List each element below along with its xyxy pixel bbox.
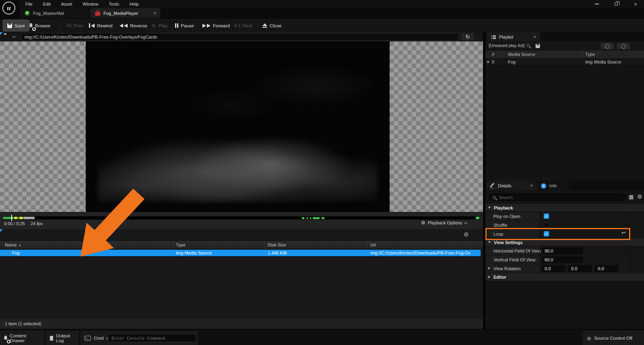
shuffle-checkbox[interactable] — [544, 222, 549, 228]
column-header-media-source[interactable]: Media Source — [508, 52, 535, 57]
media-url-input[interactable] — [21, 33, 459, 41]
section-collapse-caret-icon — [488, 241, 491, 243]
title-bar: File Edit Asset Window Tools Help × — [0, 0, 644, 8]
tab-close-icon[interactable]: × — [153, 10, 156, 16]
playlist-tab-bar: Playlist × — [485, 32, 644, 41]
arrow-right-circle-icon: → — [621, 44, 626, 49]
property-matrix-icon[interactable]: ▦ — [629, 194, 634, 200]
right-panel: Playlist × [Unsaved play list] ← → # Med… — [485, 32, 644, 329]
focus-corner-marker — [0, 229, 3, 232]
info-tab-label: Info — [549, 183, 557, 188]
reset-to-default-icon[interactable]: ↩ — [621, 230, 626, 236]
cache-segment — [23, 217, 35, 219]
section-playback[interactable]: Playback — [485, 204, 644, 212]
menu-window[interactable]: Window — [79, 0, 102, 8]
row-expand-caret-icon[interactable] — [487, 61, 489, 63]
rotation-y-input[interactable]: 0.0 — [568, 265, 592, 272]
item-count: 1 item (1 selected) — [5, 321, 41, 326]
section-collapse-caret-icon — [488, 207, 491, 209]
vfov-input[interactable]: 60.0 — [542, 257, 583, 263]
section-editor[interactable]: Editor — [485, 273, 644, 281]
output-log-button[interactable]: Output Log — [46, 331, 79, 345]
playlist-toolbar: [Unsaved play list] ← → — [485, 41, 644, 51]
cache-segment — [18, 217, 19, 219]
cache-segment — [310, 217, 311, 219]
menu-help[interactable]: Help — [126, 0, 142, 8]
forward-button[interactable]: Forward — [202, 20, 230, 31]
play-on-open-label: Play on Open — [493, 214, 520, 219]
save-button[interactable]: Save — [3, 20, 29, 31]
rotation-x-input[interactable]: 0.0 — [542, 265, 565, 272]
hfov-input[interactable]: 90.0 — [542, 248, 583, 254]
column-header-url[interactable]: Url — [370, 242, 376, 247]
column-header-disk-size[interactable]: Disk Size — [268, 242, 286, 247]
chevron-down-icon — [464, 220, 467, 224]
section-title: Playback — [494, 205, 513, 210]
time-display: 0:00 / 0:25 24 fps — [4, 221, 43, 226]
source-control-button[interactable]: ⊘ Source Control Off — [583, 331, 644, 345]
loop-row-orange-highlight — [485, 228, 630, 240]
reload-media-button[interactable]: ↻ — [461, 33, 474, 41]
cmd-label[interactable]: Cmd — [94, 336, 103, 341]
tab-playlist[interactable]: Playlist × — [487, 32, 540, 41]
details-settings-gear-icon[interactable]: ⚙ — [637, 193, 642, 200]
tab-close-icon[interactable]: × — [533, 34, 536, 40]
cell-disk-size: 1.446 KiB — [268, 251, 287, 255]
content-drawer-button[interactable]: Content Drawer — [0, 331, 44, 345]
next-label: Next — [243, 23, 252, 28]
play-on-open-checkbox[interactable]: ✓ — [544, 214, 549, 219]
chevron-down-icon[interactable] — [12, 35, 16, 38]
restore-button[interactable] — [611, 0, 621, 8]
cache-segment — [19, 217, 23, 219]
column-header-type[interactable]: Type — [585, 52, 595, 57]
play-button: Play — [153, 20, 167, 31]
playlist-row-0[interactable]: 0 Fog Img Media Source — [485, 59, 644, 66]
details-search-input[interactable] — [499, 195, 611, 200]
tab-fog-mastermat[interactable]: Fog_MasterMat — [20, 8, 89, 18]
menu-asset[interactable]: Asset — [58, 0, 76, 8]
menu-bar: File Edit Asset Window Tools Help — [22, 0, 142, 8]
fog-wisps — [140, 69, 372, 127]
pause-button[interactable]: Pause — [175, 20, 194, 31]
expand-caret-icon[interactable] — [488, 267, 490, 269]
next-button: Next — [235, 20, 252, 31]
column-header-index[interactable]: # — [492, 52, 494, 57]
tab-info[interactable]: i Info — [538, 181, 569, 191]
cache-segment — [322, 217, 324, 219]
rewind-button[interactable]: Rewind — [89, 20, 112, 31]
column-header-name[interactable]: Name ▲ — [5, 242, 21, 247]
unreal-logo-icon: u — [2, 2, 15, 14]
minimize-button[interactable] — [592, 0, 602, 8]
tab-fog-mediaplayer[interactable]: Fog_MediaPlayer × — [90, 8, 160, 18]
details-search-box[interactable] — [489, 193, 626, 201]
close-media-button[interactable]: Close — [262, 20, 281, 31]
details-pencil-icon — [490, 183, 495, 188]
rotation-z-input[interactable]: 0.0 — [595, 265, 618, 272]
unreal-media-player-window: File Edit Asset Window Tools Help × u Fo… — [0, 0, 644, 345]
window-close-button[interactable]: × — [630, 0, 641, 8]
save-floppy-icon — [7, 23, 12, 28]
console-command-input[interactable] — [108, 334, 196, 342]
reverse-button[interactable]: Reverse — [120, 20, 147, 31]
cache-segment — [476, 217, 479, 219]
next-item-button[interactable]: → — [617, 43, 630, 49]
library-settings-gear-icon[interactable]: ⚙ — [464, 231, 469, 238]
playback-options-button[interactable]: ⚙ Playback Options — [421, 220, 467, 225]
details-search-row: ▦ ⚙ — [485, 191, 644, 204]
playhead-marker[interactable] — [11, 215, 12, 221]
playlist-table-header: # Media Source Type — [485, 51, 644, 59]
details-tab-bar: Details × i Info — [485, 181, 644, 191]
save-playlist-icon[interactable] — [536, 44, 540, 48]
browse-button[interactable]: Browse — [29, 20, 50, 31]
previous-item-button[interactable]: ← — [601, 43, 614, 49]
menu-tools[interactable]: Tools — [105, 0, 123, 8]
menu-file[interactable]: File — [22, 0, 36, 8]
tab-details[interactable]: Details × — [486, 181, 537, 191]
menu-edit[interactable]: Edit — [39, 0, 54, 8]
column-header-type[interactable]: Type — [176, 242, 186, 247]
row-play-on-open: Play on Open ✓ — [485, 212, 644, 221]
hfov-label: Horizontal Field Of View — [493, 248, 541, 253]
tab-close-icon[interactable]: × — [530, 183, 533, 189]
shuffle-label: Shuffle — [493, 223, 507, 228]
search-icon[interactable] — [526, 44, 530, 47]
